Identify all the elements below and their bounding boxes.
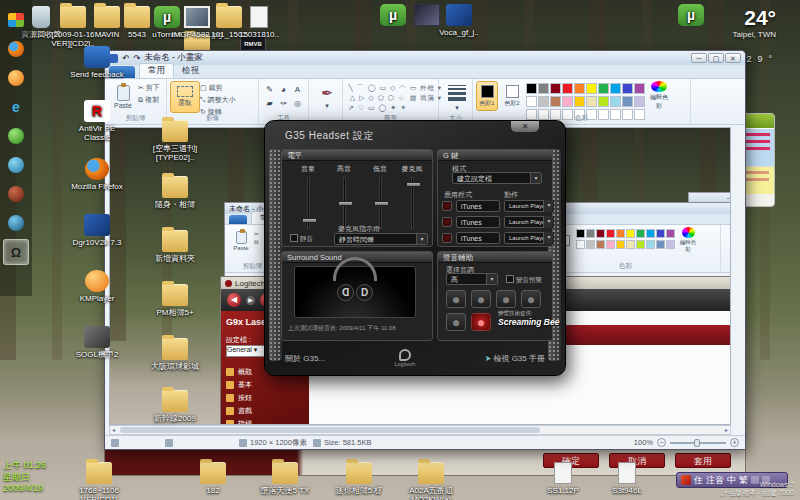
desktop-icon-folder[interactable]: 1768~1106 VER[CD1] (72, 462, 126, 500)
palette-color[interactable] (606, 229, 615, 238)
shape-row[interactable]: ⇗ ♡ ▭ ◯ ✦ ✶ (348, 103, 407, 113)
fill-dropdown[interactable]: ▨ 填滿 ▾ (410, 93, 442, 103)
avatar-button[interactable]: ☻ (471, 290, 491, 308)
menu-item[interactable]: 按鈕 (226, 391, 304, 404)
manual-link[interactable]: ➤檢視 G35 手冊 (485, 353, 545, 364)
palette-color[interactable] (526, 83, 537, 94)
desktop-icon-folder[interactable]: 迷你相簿5 枒 (332, 462, 386, 495)
minimize-button[interactable]: ─ (691, 53, 707, 63)
palette-color[interactable] (610, 83, 621, 94)
desktop-icon-kmplayer[interactable]: KMPlayer (70, 270, 124, 303)
weather-gadget[interactable]: 24° Taipei, TWN (733, 6, 776, 39)
copy-button[interactable]: ⧉ 複製 (138, 95, 160, 105)
menu-item[interactable]: 基本 (226, 378, 304, 391)
palette-color[interactable] (586, 96, 597, 107)
palette-color[interactable] (576, 240, 585, 249)
desktop-icon-firefox[interactable]: Mozilla Firefox (70, 158, 124, 191)
taskbar-firefox[interactable] (3, 36, 29, 62)
pencil-tool-icon[interactable]: ✎ (263, 83, 276, 96)
maximize-button[interactable]: ▢ (708, 53, 724, 63)
palette-color[interactable] (616, 240, 625, 249)
redo-icon[interactable]: ↷ (133, 53, 140, 63)
mute-checkbox[interactable]: 靜音 (290, 234, 313, 244)
zoom-out-button[interactable]: − (657, 438, 666, 447)
slider-thumb[interactable] (374, 201, 389, 206)
palette-color[interactable] (538, 83, 549, 94)
tab-view[interactable]: 檢視 (174, 64, 207, 78)
palette-color[interactable] (616, 229, 625, 238)
palette-color[interactable] (596, 229, 605, 238)
horizontal-scrollbar[interactable]: ◂ ▸ (109, 425, 731, 435)
palette-color[interactable] (656, 240, 665, 249)
back-button[interactable]: ◀ (227, 293, 241, 307)
palette-color[interactable] (598, 83, 609, 94)
palette-color[interactable] (646, 229, 655, 238)
g3-app-dropdown[interactable]: iTunes (456, 232, 500, 244)
desktop-icon-folder[interactable]: 182 (186, 462, 240, 495)
desktop-icon-folder[interactable]: [空專三週刊][TYPE02].. (148, 120, 202, 162)
slider-thumb[interactable] (302, 218, 317, 223)
palette-color[interactable] (666, 240, 675, 249)
ime-item[interactable]: 住 (694, 474, 703, 487)
avatar-button[interactable]: ☻ (446, 313, 466, 331)
palette-color[interactable] (574, 83, 585, 94)
palette-color[interactable] (646, 240, 655, 249)
desktop-icon-folder[interactable]: 大阪環球影城 (148, 338, 202, 371)
color2-button[interactable]: 色彩2 (501, 81, 523, 111)
palette-color[interactable] (550, 96, 561, 107)
fill-tool-icon[interactable]: ◕ (277, 83, 290, 96)
paint-titlebar[interactable]: ↶ ↷ 未命名 - 小畫家 ─ ▢ ✕ (105, 51, 745, 65)
palette-color[interactable] (626, 229, 635, 238)
palette-color[interactable] (562, 83, 573, 94)
preview-checkbox[interactable]: 變音預覽 (506, 275, 542, 285)
taskbar-kmplayer[interactable] (3, 65, 29, 91)
cut-button[interactable]: ✂ 剪下 (138, 83, 160, 93)
taskbar-messenger[interactable] (3, 123, 29, 149)
palette-color[interactable] (538, 96, 549, 107)
g1-app-dropdown[interactable]: iTunes (456, 200, 500, 212)
desktop-icon-folder[interactable]: A02A五番組 MO2KW(a) (404, 462, 458, 500)
palette-color[interactable] (666, 229, 675, 238)
taskbar-winamp[interactable] (3, 181, 29, 207)
forward-button[interactable]: ▶ (246, 296, 255, 305)
palette-color[interactable] (596, 240, 605, 249)
desktop-icon-file[interactable]: SS1.12P (536, 462, 590, 495)
palette-color[interactable] (606, 240, 615, 249)
avatar-button-active[interactable]: ☻ (471, 313, 491, 331)
treble-slider[interactable]: 高音 (326, 164, 362, 229)
scroll-left-arrow[interactable]: ◂ (112, 427, 115, 434)
picker-tool-icon[interactable]: ✑ (277, 97, 290, 110)
g1-action-dropdown[interactable]: Launch Player (504, 200, 554, 212)
resize-button[interactable]: ⤡ 調整大小 (200, 95, 236, 105)
desktop-icon-file[interactable]: S3t946L (600, 462, 654, 495)
palette-color[interactable] (626, 240, 635, 249)
palette-color[interactable] (550, 83, 561, 94)
desktop-icon-app[interactable]: Voca_gf_j.. (432, 4, 486, 37)
avatar-button[interactable]: ☻ (496, 290, 516, 308)
menu-item[interactable]: 遊戲 (226, 404, 304, 417)
scrollbar-thumb[interactable] (120, 427, 540, 433)
color1-button[interactable]: 色彩1 (476, 81, 498, 111)
crop-button[interactable]: ▢ 裁剪 (200, 83, 236, 93)
palette-color[interactable] (622, 96, 633, 107)
palette-color[interactable] (586, 240, 595, 249)
palette-row1[interactable] (526, 81, 645, 94)
palette-color[interactable] (636, 229, 645, 238)
zoom-slider-thumb[interactable] (694, 439, 700, 447)
palette-color[interactable] (622, 83, 633, 94)
about-link[interactable]: 關於 G35... (285, 353, 325, 364)
mic-led-dropdown[interactable]: 靜音時閃爍 (334, 233, 428, 245)
zoom-slider[interactable] (670, 442, 726, 444)
desktop-icon-app[interactable]: SOGL機甲2 (70, 326, 124, 359)
magnifier-tool-icon[interactable]: ◎ (291, 97, 304, 110)
slider-thumb[interactable] (338, 201, 353, 206)
taskbar-app-bird[interactable] (3, 152, 29, 178)
shape-row[interactable]: △ ▷ ◇ ⬠ ⬡ ☆ (348, 93, 407, 103)
scroll-right-arrow[interactable]: ▸ (725, 427, 728, 434)
tab-home[interactable]: 常用 (139, 63, 174, 78)
palette-color[interactable] (634, 83, 645, 94)
palette-color[interactable] (610, 96, 621, 107)
palette-color[interactable] (562, 96, 573, 107)
desktop-icon-folder[interactable]: 隨身・相簿 (148, 176, 202, 209)
palette-color[interactable] (586, 229, 595, 238)
